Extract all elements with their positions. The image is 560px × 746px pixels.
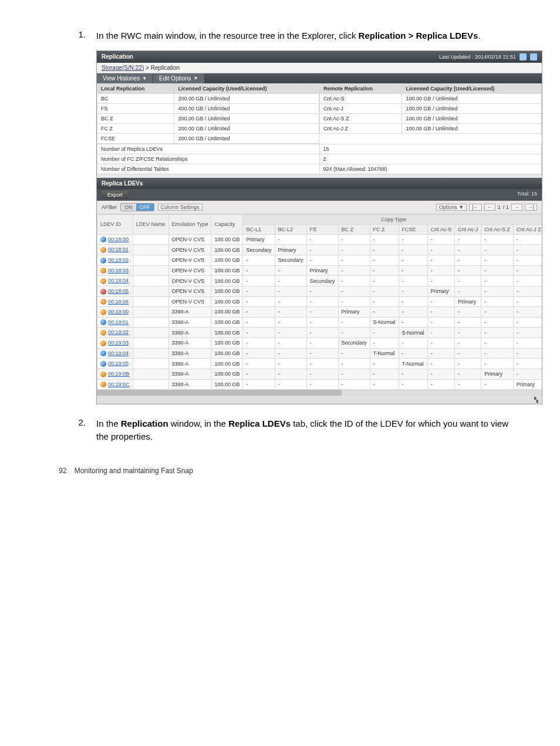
caj-cell: - xyxy=(455,317,481,328)
breadcrumb-root[interactable]: Storage(S/N:22) xyxy=(102,65,144,71)
ldev-id-link[interactable]: 00:18:06 xyxy=(108,299,129,305)
casz-cell: - xyxy=(481,307,514,318)
ldev-id-cell[interactable]: 00:18:03 xyxy=(97,265,133,276)
bcl1-cell: - xyxy=(243,255,275,266)
chevron-down-icon: ▼ xyxy=(142,76,147,81)
ldev-id-link[interactable]: 00:19:01 xyxy=(108,319,129,325)
ldev-id-link[interactable]: 00:18:01 xyxy=(108,247,129,252)
bcl2-cell: - xyxy=(275,348,306,359)
toolbar: View Histories▼ Edit Options▼ xyxy=(97,73,542,83)
ldev-id-link[interactable]: 00:18:03 xyxy=(108,268,129,274)
view-histories-button[interactable]: View Histories▼ xyxy=(97,73,153,83)
ldev-id-cell[interactable]: 00:18:01 xyxy=(97,245,133,255)
ldev-id-link[interactable]: 00:18:02 xyxy=(108,257,129,263)
remote-replication-header: Remote Replication xyxy=(320,83,402,93)
ldev-id-link[interactable]: 00:19:05 xyxy=(108,360,129,366)
emulation-cell: OPEN-V CVS xyxy=(168,265,211,276)
last-page-button[interactable]: →| xyxy=(525,204,537,211)
fcz-cell: - xyxy=(370,296,399,307)
options-button[interactable]: Options ▼ xyxy=(436,204,467,211)
table-row: 00:19:043390-A100.00 GB----T-Normal----- xyxy=(97,348,542,359)
ldev-id-link[interactable]: 00:18:00 xyxy=(108,237,129,242)
ldev-id-cell[interactable]: 00:19:02 xyxy=(97,328,133,338)
cajz-cell: - xyxy=(513,317,542,328)
capacity-cell: 100.00 GB xyxy=(211,265,243,276)
col-cnt-ac-s-z[interactable]: Cnt Ac-S Z xyxy=(481,224,514,234)
ldev-id-link[interactable]: 00:18:04 xyxy=(108,278,129,283)
status-orb-icon xyxy=(100,361,106,367)
panel-header: Replication Last Updated : 2014/02/18 21… xyxy=(97,51,542,63)
col-capacity[interactable]: Capacity xyxy=(211,214,243,234)
filter-on[interactable]: ON xyxy=(121,204,136,211)
ldev-name-cell xyxy=(133,296,168,307)
page-current: 1 xyxy=(498,204,501,210)
ldev-id-cell[interactable]: 00:19:01 xyxy=(97,317,133,328)
ldev-id-link[interactable]: 00:19:00 xyxy=(108,309,129,315)
ldev-id-link[interactable]: 00:19:04 xyxy=(108,350,129,356)
casz-cell: - xyxy=(481,348,514,359)
horizontal-scrollbar[interactable] xyxy=(97,390,542,396)
cajz-cell: - xyxy=(513,286,542,296)
ldev-name-cell xyxy=(133,234,168,245)
fs-cell: - xyxy=(306,234,338,245)
filter-toggle[interactable]: ON OFF xyxy=(120,203,154,211)
replica-ldevs-tab[interactable]: Replica LDEVs xyxy=(97,178,542,189)
refresh-icon[interactable] xyxy=(519,53,527,60)
capacity-cell: 100.00 GB xyxy=(211,255,243,266)
ldev-id-cell[interactable]: 00:18:04 xyxy=(97,276,133,286)
fcse-cell: - xyxy=(399,307,427,318)
next-page-button[interactable]: → xyxy=(511,204,522,211)
caj-cell: - xyxy=(455,307,481,318)
first-page-button[interactable]: |← xyxy=(469,204,481,211)
edit-options-button[interactable]: Edit Options▼ xyxy=(153,73,204,83)
ldev-id-link[interactable]: 00:18:05 xyxy=(108,288,129,294)
ldev-id-cell[interactable]: 00:18:02 xyxy=(97,255,133,266)
col-bc-l1[interactable]: BC-L1 xyxy=(243,224,275,234)
col-ldev-name[interactable]: LDEV Name xyxy=(133,214,168,234)
ldev-name-cell xyxy=(133,348,168,359)
prev-page-button[interactable]: ← xyxy=(484,204,495,211)
bcl1-cell: - xyxy=(243,317,275,328)
ldev-name-cell xyxy=(133,317,168,328)
capacity-cell: 100.00 GB xyxy=(211,245,243,255)
col-cnt-ac-j[interactable]: Cnt Ac-J xyxy=(455,224,481,234)
col-bc-z[interactable]: BC Z xyxy=(338,224,370,234)
scrollbar-thumb[interactable] xyxy=(97,390,342,396)
fs-cell: - xyxy=(306,359,338,369)
ldev-id-cell[interactable]: 00:18:00 xyxy=(97,234,133,245)
col-cnt-ac-s[interactable]: Cnt Ac-S xyxy=(427,224,455,234)
fcse-cell: - xyxy=(399,276,427,286)
ldev-id-cell[interactable]: 00:18:05 xyxy=(97,286,133,296)
col-ldev-id[interactable]: LDEV ID xyxy=(97,214,133,234)
ldev-id-link[interactable]: 00:19:02 xyxy=(108,329,129,335)
info-wide-label: Number of FC Z/FCSE Relationships xyxy=(97,154,320,164)
col-fc-z[interactable]: FC Z xyxy=(370,224,399,234)
ldev-id-cell[interactable]: 00:19:0C xyxy=(97,379,133,390)
ldev-id-link[interactable]: 00:19:0C xyxy=(108,382,130,387)
col-bc-l2[interactable]: BC-L2 xyxy=(275,224,306,234)
ldev-id-cell[interactable]: 00:19:00 xyxy=(97,307,133,318)
ldev-id-link[interactable]: 00:19:0B xyxy=(108,371,129,377)
filter-label[interactable]: AFilter xyxy=(102,204,117,210)
ldev-id-cell[interactable]: 00:19:05 xyxy=(97,359,133,369)
fs-cell: - xyxy=(306,348,338,359)
ldev-id-cell[interactable]: 00:19:04 xyxy=(97,348,133,359)
ldev-id-cell[interactable]: 00:19:0B xyxy=(97,369,133,379)
col-emulation[interactable]: Emulation Type xyxy=(168,214,211,234)
info-label: FC Z xyxy=(97,123,174,133)
column-settings-button[interactable]: Column Settings xyxy=(158,204,203,211)
cajz-cell: - xyxy=(513,255,542,266)
ldev-id-link[interactable]: 00:19:03 xyxy=(108,340,129,346)
resize-grip-icon[interactable]: ▚ xyxy=(534,397,538,403)
col-fcse[interactable]: FCSE xyxy=(399,224,427,234)
help-icon[interactable] xyxy=(530,53,537,60)
filter-off[interactable]: OFF xyxy=(136,204,154,211)
capacity-cell: 100.00 GB xyxy=(211,317,243,328)
col-fs[interactable]: FS xyxy=(306,224,338,234)
capacity-cell: 100.00 GB xyxy=(211,379,243,390)
col-cnt-ac-j-z[interactable]: Cnt Ac-J Z xyxy=(513,224,542,234)
ldev-id-cell[interactable]: 00:18:06 xyxy=(97,296,133,307)
ldev-id-cell[interactable]: 00:19:03 xyxy=(97,338,133,349)
cajz-cell: - xyxy=(513,296,542,307)
export-button[interactable]: Export xyxy=(102,191,129,199)
